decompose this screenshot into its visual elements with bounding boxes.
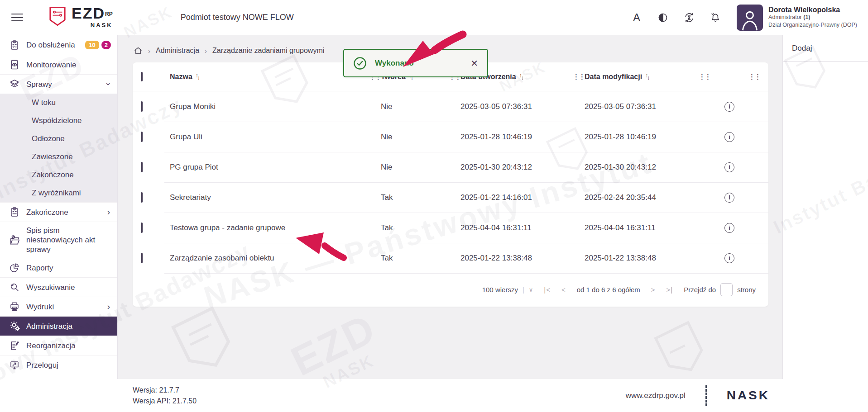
goto-page-input[interactable] [720, 283, 733, 296]
row-checkbox[interactable] [141, 192, 143, 203]
document-eye-icon [9, 59, 22, 71]
select-all-checkbox[interactable] [141, 72, 143, 81]
chevron-right-icon: › [107, 304, 110, 309]
row-checkbox[interactable] [141, 132, 143, 142]
sidebar-item-do-obsluzenia[interactable]: Do obsłużenia 10 2 [0, 35, 117, 55]
sidebar-item-monitorowanie[interactable]: Monitorowanie [0, 55, 117, 74]
table-row-testowa-grupa[interactable]: Testowa grupa - zadanie grupowe Tak 2025… [133, 213, 768, 243]
sidebar-item-administracja[interactable]: Administracja [0, 316, 117, 336]
table-row[interactable]: PG grupa Piot Nie 2025-01-30 20:43:12 20… [133, 152, 768, 182]
sidebar-item-label: Sprawy [26, 80, 52, 89]
breadcrumb-administracja[interactable]: Administracja [156, 47, 199, 55]
row-checkbox[interactable] [141, 253, 143, 263]
column-drag-icon[interactable] [699, 73, 710, 80]
goto-page-suffix: strony [737, 286, 756, 294]
sidebar-item-raporty[interactable]: Raporty [0, 258, 117, 277]
sprawy-submenu: W toku Współdzielone Odłożone Zawieszone… [0, 94, 117, 202]
info-icon[interactable] [724, 193, 734, 203]
goto-page-label: Przejdź do [684, 286, 716, 294]
rows-per-page-label: 100 wierszy [482, 286, 518, 294]
sidebar-subitem-odlozone[interactable]: Odłożone [0, 130, 117, 148]
contrast-icon[interactable] [657, 12, 669, 24]
table-row[interactable]: Grupa Moniki Nie 2025-03-05 07:36:31 202… [133, 91, 768, 122]
sidebar-subitem-zawieszone[interactable]: Zawieszone [0, 148, 117, 166]
prev-page-button[interactable]: < [561, 286, 566, 294]
first-page-button[interactable]: |< [544, 286, 551, 294]
printer-icon [9, 301, 22, 313]
top-header: EZDRP NASK Podmiot testowy NOWE FLOW A [0, 0, 868, 35]
footer-divider [705, 385, 707, 406]
column-drag-icon[interactable] [573, 73, 585, 80]
cell-name[interactable]: Zarządzanie zasobami obiektu [170, 254, 369, 263]
table-row[interactable]: Sekretariaty Tak 2025-01-22 14:16:01 202… [133, 182, 768, 213]
sidebar-subitem-wspoldzielone[interactable]: Współdzielone [0, 112, 117, 130]
info-icon[interactable] [724, 162, 734, 172]
user-role-count: (1) [803, 14, 810, 20]
rows-per-page-select[interactable]: 100 wierszy | ∨ [482, 286, 533, 294]
column-header-nazwa[interactable]: Nazwa ↑↓ [170, 73, 369, 81]
table-row[interactable]: Zarządzanie zasobami obiektu Tak 2025-01… [133, 243, 768, 273]
column-header-data-modyfikacji[interactable]: Data modyfikacji ↑↓ [585, 73, 699, 81]
close-icon[interactable]: ✕ [470, 58, 478, 69]
cell-modified: 2025-04-04 16:31:11 [585, 223, 699, 232]
row-checkbox[interactable] [141, 162, 143, 172]
font-size-icon[interactable]: A [631, 12, 643, 24]
session-timer-icon[interactable] [683, 12, 695, 24]
cell-name[interactable]: PG grupa Piot [170, 163, 369, 172]
info-icon[interactable] [724, 223, 734, 233]
cell-creator: Tak [381, 254, 449, 263]
gears-icon [9, 320, 22, 332]
app-version: Wersja: 21.7.7 [133, 385, 197, 396]
website-link[interactable]: www.ezdrp.gov.pl [626, 391, 686, 400]
page-footer: Wersja: 21.7.7 Wersja API: 21.7.50 www.e… [0, 379, 868, 412]
info-icon[interactable] [724, 253, 734, 263]
chevron-down-icon: › [106, 83, 111, 85]
user-name: Dorota Wielkopolska [768, 6, 857, 14]
sidebar-item-reorganizacja[interactable]: Reorganizacja [0, 336, 117, 355]
notifications-bell-icon[interactable] [710, 12, 721, 24]
header-icon-bar: A [631, 12, 721, 24]
breadcrumb-separator: › [205, 47, 207, 55]
sidebar-item-przeloguj[interactable]: Przeloguj [0, 355, 117, 374]
sort-icon: ↑↓ [645, 74, 650, 80]
cell-created: 2025-03-05 07:36:31 [460, 102, 573, 111]
row-checkbox[interactable] [141, 101, 143, 112]
cell-name[interactable]: Sekretariaty [170, 193, 369, 202]
cell-name[interactable]: Grupa Moniki [170, 102, 369, 111]
chevron-down-icon[interactable]: ∨ [529, 286, 533, 293]
next-page-button[interactable]: > [651, 286, 656, 294]
table-row[interactable]: Grupa Uli Nie 2025-01-28 10:46:19 2025-0… [133, 122, 768, 152]
column-drag-icon[interactable] [748, 73, 760, 80]
sidebar-subitem-z-wyroznikami[interactable]: Z wyróżnikami [0, 184, 117, 202]
sidebar-item-spis-pism[interactable]: Spis pism niestanowiących akt sprawy [0, 222, 117, 258]
sidebar-item-sprawy[interactable]: Sprawy › [0, 74, 117, 94]
logo-wordmark: EZD [72, 5, 105, 22]
check-circle-icon [353, 57, 367, 70]
api-version: Wersja API: 21.7.50 [133, 396, 197, 407]
user-role: Administrator [768, 14, 803, 20]
select-divider: | [523, 286, 524, 294]
sort-icon: ↑↓ [519, 74, 524, 80]
cell-name[interactable]: Testowa grupa - zadanie grupowe [170, 223, 369, 232]
info-icon[interactable] [724, 102, 734, 112]
pagination-range-label: od 1 do 6 z 6 ogółem [577, 286, 640, 294]
user-chip[interactable]: Dorota Wielkopolska Administrator (1) Dz… [737, 5, 857, 31]
sidebar-subitem-w-toku[interactable]: W toku [0, 94, 117, 112]
row-checkbox[interactable] [141, 223, 143, 233]
sidebar-item-zakonczone[interactable]: Zakończone › [0, 202, 117, 222]
cell-name[interactable]: Grupa Uli [170, 133, 369, 142]
user-avatar[interactable] [737, 5, 763, 31]
right-action-panel: Dodaj [782, 35, 868, 379]
sidebar-subitem-zakonczone[interactable]: Zakończone [0, 166, 117, 184]
sidebar-item-wydruki[interactable]: Wydruki › [0, 297, 117, 316]
breadcrumb-zarzadzanie[interactable]: Zarządzanie zadaniami grupowymi [212, 47, 324, 55]
cell-created: 2025-01-22 14:16:01 [460, 193, 573, 202]
add-button[interactable]: Dodaj [783, 35, 868, 62]
hamburger-menu-icon[interactable] [11, 11, 23, 24]
count-badge-pink: 2 [101, 41, 111, 49]
info-icon[interactable] [724, 132, 734, 142]
last-page-button[interactable]: >| [667, 286, 673, 294]
home-icon[interactable] [134, 46, 143, 55]
sidebar-item-wyszukiwanie[interactable]: Wyszukiwanie [0, 277, 117, 297]
sidebar-item-label: Administracja [26, 322, 72, 331]
